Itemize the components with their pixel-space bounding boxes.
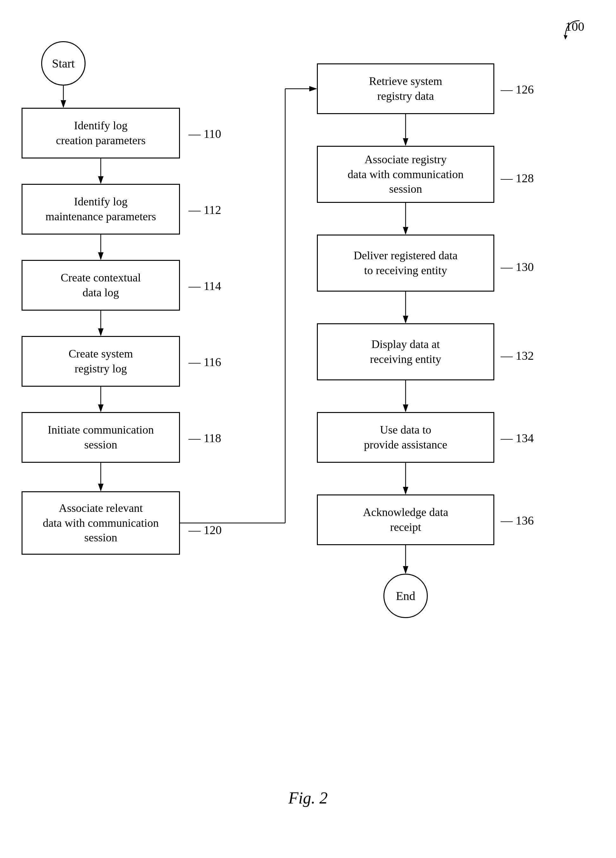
box-136: Acknowledge datareceipt [317,494,494,545]
figure-container: 100 Start Identify logcreation parameter… [0,0,616,858]
ref-134: — 134 [501,431,534,445]
ref-118: — 118 [189,431,221,445]
box-130: Deliver registered datato receiving enti… [317,235,494,292]
ref-136: — 136 [501,513,534,527]
box-128: Associate registrydata with communicatio… [317,146,494,203]
start-circle: Start [41,41,85,85]
ref-114: — 114 [189,279,221,293]
ref-130: — 130 [501,260,534,274]
ref-112: — 112 [189,203,221,217]
ref-116: — 116 [189,355,221,369]
ref-110: — 110 [189,127,221,141]
box-112: Identify logmaintenance parameters [22,184,180,235]
svg-marker-0 [564,35,568,40]
box-116: Create systemregistry log [22,336,180,387]
ref-128: — 128 [501,171,534,185]
box-120: Associate relevantdata with communicatio… [22,491,180,555]
box-126: Retrieve systemregistry data [317,64,494,114]
box-110: Identify logcreation parameters [22,108,180,159]
box-114: Create contextualdata log [22,260,180,311]
box-132: Display data atreceiving entity [317,323,494,380]
ref-132: — 132 [501,349,534,362]
end-circle: End [383,574,428,618]
box-118: Initiate communicationsession [22,412,180,463]
ref-126: — 126 [501,82,534,96]
figure-label: Fig. 2 [289,789,327,807]
box-134: Use data toprovide assistance [317,412,494,463]
ref-100-arrow [560,17,586,43]
ref-120: — 120 [189,523,222,537]
